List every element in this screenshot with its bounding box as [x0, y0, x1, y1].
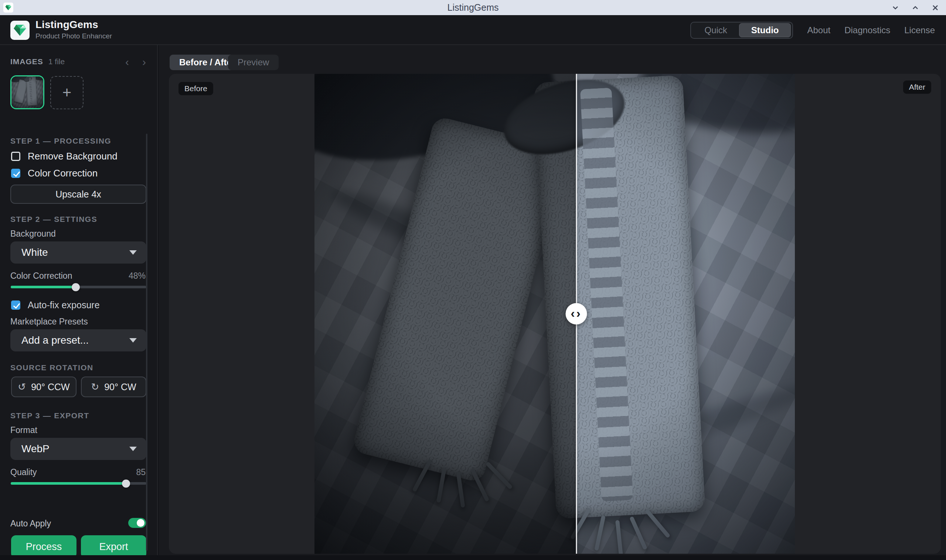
- app-logo-gem-icon: [10, 21, 29, 40]
- marketplace-presets-label: Marketplace Presets: [10, 317, 88, 327]
- autofix-exposure-checkbox[interactable]: [11, 300, 20, 310]
- marketplace-presets-value: Add a preset...: [22, 334, 89, 346]
- mode-segmented-control: Quick Studio: [690, 22, 793, 39]
- images-title: IMAGES: [10, 57, 43, 66]
- background-label: Background: [10, 229, 56, 239]
- app-header: ListingGems Product Photo Enhancer Quick…: [0, 15, 946, 45]
- sidebar: IMAGES1 file ‹ › + STEP 1 — PROCESSING R…: [0, 45, 158, 555]
- quality-value: 85: [136, 467, 146, 477]
- nav-license-link[interactable]: License: [904, 25, 935, 35]
- color-correction-value: 48%: [129, 271, 146, 281]
- window-close-icon[interactable]: [930, 2, 941, 13]
- after-badge: After: [903, 80, 931, 94]
- rotate-cw-button[interactable]: ↻ 90° CW: [81, 377, 146, 397]
- quality-slider-thumb[interactable]: [122, 480, 130, 488]
- format-dropdown-value: WebP: [22, 443, 49, 455]
- quality-label: Quality: [10, 467, 37, 477]
- window-titlebar: ListingGems: [0, 0, 946, 15]
- section-rotation-title: SOURCE ROTATION: [10, 363, 94, 372]
- marketplace-presets-dropdown[interactable]: Add a preset...: [10, 329, 146, 351]
- auto-apply-row: Auto Apply: [10, 518, 147, 530]
- add-image-button[interactable]: +: [50, 76, 83, 109]
- rotate-ccw-icon: ↺: [18, 382, 26, 393]
- nav-about-link[interactable]: About: [807, 25, 830, 35]
- mode-quick-button[interactable]: Quick: [693, 23, 739, 37]
- autofix-exposure-checkbox-row[interactable]: Auto-fix exposure: [11, 300, 100, 311]
- upscale-4x-button[interactable]: Upscale 4x: [10, 185, 146, 204]
- tab-preview[interactable]: Preview: [228, 55, 279, 70]
- canvas-panel: Before After: [169, 74, 941, 554]
- remove-background-label: Remove Background: [28, 151, 117, 162]
- color-correction-slider-thumb[interactable]: [72, 283, 80, 291]
- main-area: Before / After Preview Before After: [159, 45, 946, 555]
- before-after-compare-view: ‹›: [315, 74, 795, 554]
- export-button[interactable]: Export: [81, 535, 146, 555]
- header-nav: Quick Studio About Diagnostics License: [690, 15, 935, 45]
- drag-arrows-icon: ‹›: [571, 307, 582, 321]
- image-thumbnail-selected[interactable]: [10, 75, 44, 109]
- section-step3-title: STEP 3 — EXPORT: [10, 411, 90, 420]
- process-button[interactable]: Process: [11, 535, 77, 555]
- app-name: ListingGems: [35, 19, 98, 31]
- background-dropdown[interactable]: White: [10, 242, 146, 263]
- background-dropdown-value: White: [22, 246, 48, 258]
- nav-diagnostics-link[interactable]: Diagnostics: [844, 25, 890, 35]
- images-prev-icon[interactable]: ‹: [125, 56, 129, 68]
- images-next-icon[interactable]: ›: [142, 56, 146, 68]
- format-label: Format: [10, 425, 37, 435]
- color-correction-label: Color Correction: [28, 168, 97, 179]
- caret-down-icon: [129, 447, 137, 451]
- rotate-ccw-label: 90° CCW: [31, 382, 69, 392]
- thumbnail-preview: [11, 76, 43, 108]
- compare-divider[interactable]: ‹›: [576, 74, 577, 554]
- color-correction-checkbox-row[interactable]: Color Correction: [11, 168, 97, 179]
- color-correction-slider[interactable]: [11, 286, 146, 288]
- sidebar-scrollbar[interactable]: [146, 134, 147, 551]
- color-correction-checkbox[interactable]: [11, 169, 20, 178]
- autofix-exposure-label: Auto-fix exposure: [28, 300, 100, 311]
- window-title: ListingGems: [0, 2, 946, 13]
- format-dropdown[interactable]: WebP: [10, 438, 146, 460]
- images-header: IMAGES1 file ‹ ›: [10, 57, 147, 68]
- color-correction-slider-label: Color Correction: [10, 271, 72, 281]
- plus-icon: +: [62, 84, 72, 102]
- rotate-cw-icon: ↻: [91, 382, 99, 393]
- auto-apply-toggle[interactable]: [128, 518, 146, 528]
- window-shade-icon[interactable]: [890, 2, 901, 13]
- caret-down-icon: [129, 338, 137, 343]
- remove-background-checkbox-row[interactable]: Remove Background: [11, 151, 117, 162]
- images-count: 1 file: [48, 57, 65, 66]
- rotate-cw-label: 90° CW: [104, 382, 136, 392]
- window-maximize-icon[interactable]: [910, 2, 921, 13]
- auto-apply-label: Auto Apply: [10, 518, 51, 528]
- app-subtitle: Product Photo Enhancer: [35, 32, 112, 40]
- before-badge: Before: [179, 82, 213, 95]
- mode-studio-button[interactable]: Studio: [739, 23, 791, 37]
- remove-background-checkbox[interactable]: [11, 152, 20, 161]
- section-step2-title: STEP 2 — SETTINGS: [10, 215, 97, 224]
- section-step1-title: STEP 1 — PROCESSING: [10, 137, 111, 145]
- quality-slider[interactable]: [11, 482, 146, 485]
- caret-down-icon: [129, 250, 137, 255]
- rotate-ccw-button[interactable]: ↺ 90° CCW: [11, 377, 77, 397]
- before-image: [315, 74, 576, 554]
- compare-drag-handle[interactable]: ‹›: [566, 303, 587, 325]
- window-bottom-edge: [0, 555, 946, 560]
